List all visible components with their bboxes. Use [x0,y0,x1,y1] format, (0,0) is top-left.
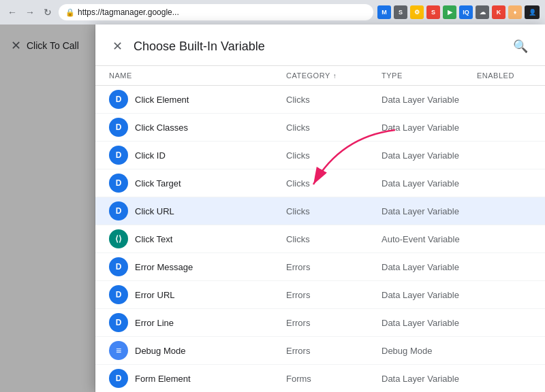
var-category: Clicks [286,206,382,216]
var-category: Clicks [286,178,382,189]
search-icon: 🔍 [513,39,528,54]
var-icon: ⟨⟩ [109,229,128,248]
var-category: Clicks [286,150,382,161]
var-name-cell: D Click Classes [109,118,286,137]
var-type: Data Layer Variable [382,122,477,133]
ext-icon-7[interactable]: ☁ [476,5,489,19]
var-icon: D [109,313,128,332]
var-name: Error Message [135,262,193,272]
table-row[interactable]: D Form Element Forms Data Layer Variable [95,365,545,392]
var-name: Click Text [135,234,172,244]
back-button[interactable]: ← [5,5,19,19]
var-type: Data Layer Variable [382,150,477,161]
var-type: Debug Mode [382,346,477,356]
var-icon: D [109,118,128,137]
var-type: Data Layer Variable [382,374,477,384]
var-type: Data Layer Variable [382,262,477,272]
table-row[interactable]: D Click Classes Clicks Data Layer Variab… [95,114,545,142]
table-body: D Click Element Clicks Data Layer Variab… [95,86,545,392]
ext-icon-2[interactable]: S [394,5,407,19]
var-type: Data Layer Variable [382,95,477,105]
forward-button[interactable]: → [23,5,37,19]
var-category: Clicks [286,122,382,133]
var-name-cell: ⟨⟩ Click Text [109,229,286,248]
var-icon: D [109,90,128,109]
table-row[interactable]: D Click Element Clicks Data Layer Variab… [95,86,545,114]
var-icon: D [109,257,128,276]
var-category: Clicks [286,95,382,105]
table-row[interactable]: D Click Target Clicks Data Layer Variabl… [95,169,545,197]
var-name: Click ID [135,150,166,161]
table-header: Name Category ↑ Type Enabled [95,66,545,86]
extensions-area: M S ⚙ S ▶ IQ ☁ K ♦ 👤 [377,5,540,19]
var-category: Errors [286,290,382,300]
refresh-button[interactable]: ↻ [41,5,54,19]
modal-search-button[interactable]: 🔍 [510,35,531,57]
var-type: Data Layer Variable [382,206,477,216]
var-name-cell: D Error URL [109,285,286,304]
table-row[interactable]: D Error Message Errors Data Layer Variab… [95,253,545,281]
ext-icon-6[interactable]: IQ [459,5,473,19]
ext-icon-1[interactable]: M [377,5,391,19]
var-category: Errors [286,346,382,356]
var-name: Click Classes [135,122,188,133]
sort-icon: ↑ [333,72,337,80]
var-icon: D [109,285,128,304]
modal-close-icon: ✕ [112,39,123,54]
var-name: Error URL [135,290,175,300]
ext-icon-8[interactable]: K [492,5,505,19]
var-icon: D [109,201,128,220]
modal-header: ✕ Choose Built-In Variable 🔍 [95,24,545,66]
table-row[interactable]: D Click ID Clicks Data Layer Variable [95,142,545,169]
var-icon: ≡ [109,341,128,360]
var-category: Errors [286,262,382,272]
var-type: Auto-Event Variable [382,234,477,244]
user-avatar[interactable]: 👤 [525,5,540,19]
modal-panel: ✕ Choose Built-In Variable 🔍 Name Catego… [95,24,545,392]
ext-icon-9[interactable]: ♦ [508,5,522,19]
variable-table[interactable]: Name Category ↑ Type Enabled D [95,66,545,392]
table-row[interactable]: ⟨⟩ Click Text Clicks Auto-Event Variable [95,225,545,253]
var-type: Data Layer Variable [382,318,477,328]
modal-title: Choose Built-In Variable [134,39,265,54]
var-category: Forms [286,374,382,384]
var-name: Form Element [135,374,191,384]
table-row[interactable]: ≡ Debug Mode Errors Debug Mode [95,337,545,365]
main-content: ✕ Click To Call Trigge... ✕ Choose Built… [0,24,545,392]
modal-overlay: ✕ Choose Built-In Variable 🔍 Name Catego… [0,24,545,392]
var-icon: D [109,369,128,388]
col-enabled: Enabled [477,71,531,80]
lock-icon: 🔒 [65,8,75,17]
var-name: Click Target [135,178,181,189]
col-type: Type [382,71,477,80]
var-name: Click Element [135,95,189,105]
table-row[interactable]: D Error URL Errors Data Layer Variable [95,281,545,309]
ext-icon-4[interactable]: S [426,5,440,19]
var-name: Error Line [135,318,174,328]
modal-close-button[interactable]: ✕ [109,38,125,54]
var-name-cell: D Click URL [109,201,286,220]
url-bar[interactable]: 🔒 https://tagmanager.google... [59,4,373,20]
var-icon: D [109,146,128,165]
var-name-cell: D Error Line [109,313,286,332]
var-category: Clicks [286,234,382,244]
table-row[interactable]: D Click URL Clicks Data Layer Variable [95,197,545,225]
var-icon: D [109,174,128,193]
var-category: Errors [286,318,382,328]
var-name: Debug Mode [135,346,185,356]
table-row[interactable]: D Error Line Errors Data Layer Variable [95,309,545,337]
ext-icon-3[interactable]: ⚙ [410,5,424,19]
ext-icon-5[interactable]: ▶ [443,5,456,19]
var-type: Data Layer Variable [382,290,477,300]
var-name-cell: D Click Element [109,90,286,109]
url-text: https://tagmanager.google... [78,7,179,17]
var-name-cell: D Click Target [109,174,286,193]
col-name: Name [109,71,286,80]
var-name-cell: ≡ Debug Mode [109,341,286,360]
var-name-cell: D Error Message [109,257,286,276]
var-name-cell: D Form Element [109,369,286,388]
col-category[interactable]: Category ↑ [286,71,382,80]
var-name: Click URL [135,206,174,216]
var-name-cell: D Click ID [109,146,286,165]
var-type: Data Layer Variable [382,178,477,189]
